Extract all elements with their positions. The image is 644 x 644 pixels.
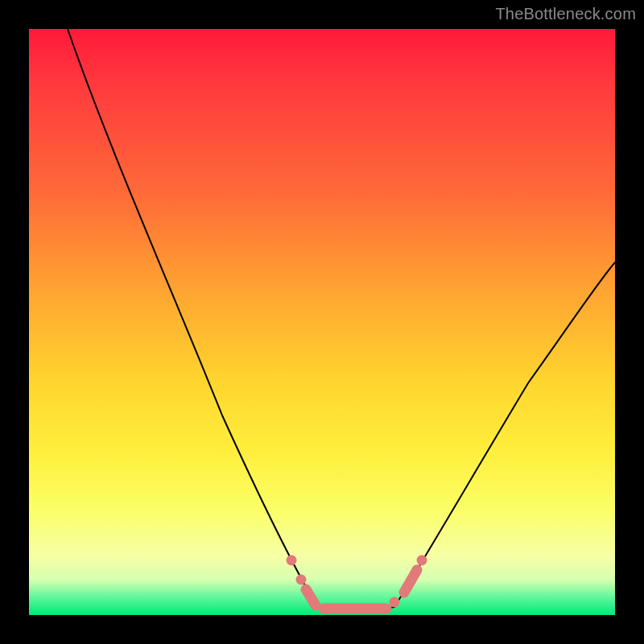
chart-plot-area <box>29 29 615 615</box>
outer-frame: TheBottleneck.com <box>0 0 644 644</box>
marker-pill <box>404 570 417 592</box>
curve-left-branch <box>68 29 317 607</box>
marker-pill <box>306 589 316 605</box>
marker-dot <box>417 555 427 566</box>
watermark-text: TheBottleneck.com <box>495 5 636 23</box>
marker-dot <box>287 555 297 566</box>
curve-right-branch <box>394 262 615 607</box>
chart-svg <box>29 29 615 615</box>
marker-dot <box>296 575 307 585</box>
marker-dot <box>390 597 400 608</box>
data-point-markers <box>287 555 427 609</box>
